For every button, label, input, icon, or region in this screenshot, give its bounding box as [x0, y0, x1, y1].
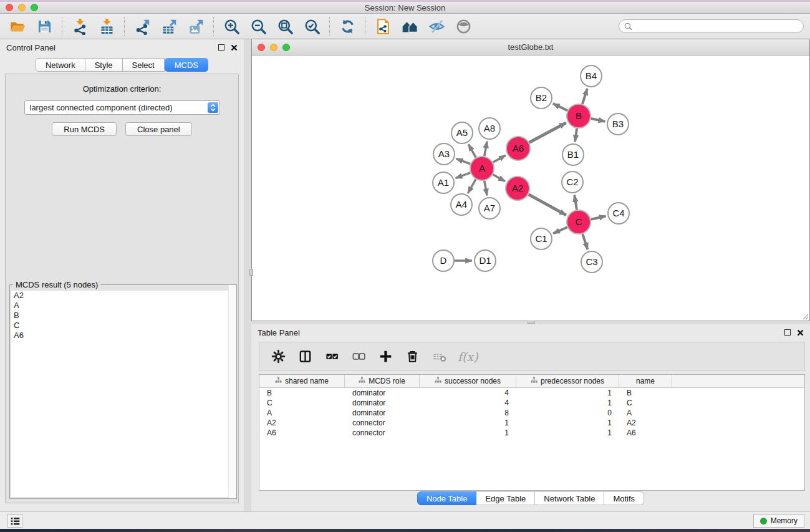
column-header-successor-nodes[interactable]: successor nodes: [420, 375, 516, 387]
table-options-icon[interactable]: [270, 349, 286, 365]
task-history-button[interactable]: [7, 514, 22, 528]
network-from-file-icon[interactable]: [372, 16, 393, 36]
tab-node-table[interactable]: Node Table: [417, 491, 477, 505]
graph-edge-A-A6[interactable]: [493, 155, 506, 162]
mcds-result-list[interactable]: A2ABCA6: [11, 291, 235, 497]
tab-motifs[interactable]: Motifs: [604, 491, 644, 505]
table-cell[interactable]: 1: [516, 388, 619, 398]
zoom-fit-icon[interactable]: [274, 16, 296, 36]
select-all-columns-icon[interactable]: [324, 349, 340, 365]
graph-edge-B-B2[interactable]: [553, 104, 567, 110]
export-table-icon[interactable]: [158, 16, 180, 36]
graph-edge-A-A4[interactable]: [468, 179, 476, 193]
graph-edge-B-B3[interactable]: [591, 118, 605, 122]
table-cell[interactable]: dominator: [345, 398, 420, 408]
show-columns-icon[interactable]: [297, 349, 313, 365]
graph-edge-A-A3[interactable]: [456, 158, 471, 164]
search-input[interactable]: [635, 22, 798, 31]
table-cell[interactable]: dominator: [345, 408, 420, 418]
memory-button[interactable]: Memory: [753, 514, 804, 528]
result-scrollbar[interactable]: [228, 285, 236, 498]
layout-home-icon[interactable]: [399, 16, 420, 36]
table-cell[interactable]: A2: [619, 418, 672, 428]
criterion-dropdown[interactable]: largest connected component (directed): [24, 100, 220, 115]
close-panel-icon[interactable]: [231, 44, 238, 51]
float-panel-icon[interactable]: [784, 329, 791, 336]
zoom-in-icon[interactable]: [221, 16, 242, 36]
graph-edge-A2-C[interactable]: [529, 195, 566, 215]
table-row[interactable]: A6connector11A6: [259, 428, 804, 438]
table-cell[interactable]: 1: [420, 428, 516, 438]
table-cell[interactable]: A6: [259, 428, 345, 438]
graph-edge-B-B4[interactable]: [582, 89, 587, 104]
table-cell[interactable]: 4: [420, 388, 516, 398]
graph-edge-A-A8[interactable]: [485, 142, 487, 157]
table-cell[interactable]: A2: [259, 418, 345, 428]
resize-grip[interactable]: [801, 312, 809, 320]
refresh-icon[interactable]: [337, 16, 358, 36]
table-cell[interactable]: A: [619, 408, 672, 418]
column-header-predecessor-nodes[interactable]: predecessor nodes: [516, 375, 619, 387]
graph-edge-C-C3[interactable]: [582, 234, 587, 249]
table-cell[interactable]: 1: [516, 418, 619, 428]
export-network-icon[interactable]: [132, 16, 153, 36]
table-cell[interactable]: A6: [619, 428, 672, 438]
toolbar-search-field[interactable]: [619, 19, 804, 33]
run-mcds-button[interactable]: Run MCDS: [52, 122, 117, 136]
show-graphics-details-icon[interactable]: [453, 16, 474, 36]
result-item[interactable]: C: [11, 321, 235, 331]
graph-edge-C-C1[interactable]: [553, 227, 567, 233]
table-cell[interactable]: connector: [345, 418, 420, 428]
table-row[interactable]: Adominator80A: [259, 408, 804, 418]
tab-select[interactable]: Select: [123, 58, 165, 72]
column-header-shared-name[interactable]: shared name: [259, 375, 345, 387]
table-cell[interactable]: 1: [420, 418, 516, 428]
tab-mcds[interactable]: MCDS: [165, 58, 208, 72]
delete-table-icon[interactable]: [431, 349, 447, 365]
network-window-titlebar[interactable]: testGlobe.txt: [252, 39, 809, 56]
table-cell[interactable]: 8: [420, 408, 516, 418]
function-builder-icon[interactable]: f(x): [458, 350, 478, 364]
splitter-handle[interactable]: [528, 321, 535, 324]
graph-edge-A-A5[interactable]: [468, 144, 476, 157]
graph-edge-C-C2[interactable]: [574, 195, 577, 210]
graph-edge-C-C4[interactable]: [591, 216, 606, 219]
table-row[interactable]: Cdominator41C: [259, 398, 804, 408]
tab-style[interactable]: Style: [85, 58, 123, 72]
table-cell[interactable]: 4: [420, 398, 516, 408]
table-cell[interactable]: 1: [516, 398, 619, 408]
table-row[interactable]: Bdominator41B: [259, 388, 804, 398]
table-cell[interactable]: 1: [516, 428, 619, 438]
graph-edge-A-A7[interactable]: [485, 181, 487, 196]
result-item[interactable]: B: [11, 311, 235, 321]
table-cell[interactable]: 0: [516, 408, 619, 418]
table-cell[interactable]: C: [619, 398, 672, 408]
tab-network-table[interactable]: Network Table: [535, 491, 604, 505]
close-panel-button[interactable]: Close panel: [125, 122, 192, 136]
result-item[interactable]: A6: [11, 331, 235, 341]
import-table-icon[interactable]: [96, 16, 117, 36]
network-canvas[interactable]: AA2A6BCA1A3A4A5A7A8B1B2B3B4C1C2C3C4DD1: [252, 56, 809, 321]
splitter-handle[interactable]: [249, 269, 253, 276]
open-file-icon[interactable]: [7, 16, 28, 36]
graph-edge-B-B1[interactable]: [575, 128, 577, 142]
tab-network[interactable]: Network: [36, 58, 85, 72]
column-header-name[interactable]: name: [619, 375, 672, 387]
result-item[interactable]: A2: [11, 291, 235, 301]
zoom-out-icon[interactable]: [248, 16, 269, 36]
table-cell[interactable]: A: [259, 408, 345, 418]
zoom-selected-icon[interactable]: [301, 16, 322, 36]
delete-column-icon[interactable]: [404, 349, 420, 365]
hide-graphics-details-icon[interactable]: [426, 16, 447, 36]
close-panel-icon[interactable]: [797, 329, 804, 336]
export-image-icon[interactable]: [185, 16, 206, 36]
table-cell[interactable]: B: [619, 388, 672, 398]
graph-edge-A-A1[interactable]: [456, 173, 471, 178]
result-item[interactable]: A: [11, 301, 235, 311]
save-session-icon[interactable]: [34, 16, 55, 36]
table-row[interactable]: A2connector11A2: [259, 418, 804, 428]
table-cell[interactable]: B: [259, 388, 345, 398]
tab-edge-table[interactable]: Edge Table: [476, 491, 535, 505]
table-cell[interactable]: connector: [345, 428, 420, 438]
table-cell[interactable]: dominator: [345, 388, 420, 398]
